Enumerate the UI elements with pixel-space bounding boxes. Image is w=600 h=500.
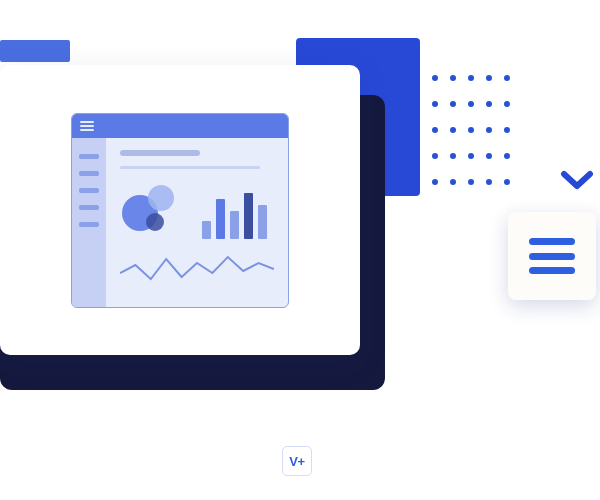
dot-icon [450,153,456,159]
sidebar-item [79,154,99,159]
dot-icon [432,75,438,81]
dot-icon [468,75,474,81]
heading-placeholder [120,150,200,156]
sparkline-chart [120,249,274,289]
dot-icon [468,101,474,107]
logo-text: V+ [289,454,304,469]
sparkline-icon [120,249,274,289]
dot-icon [504,153,510,159]
dot-icon [504,75,510,81]
subheading-placeholder [120,166,260,169]
sidebar [72,138,106,307]
menu-icon [529,238,575,274]
dot-icon [486,179,492,185]
sidebar-item [79,171,99,176]
dot-icon [468,153,474,159]
sidebar-item [79,188,99,193]
dot-icon [468,127,474,133]
dot-icon [450,101,456,107]
bar [258,205,267,239]
logo-badge: V+ [282,446,312,476]
dot-icon [432,101,438,107]
bubble-icon [148,185,174,211]
bar [202,221,211,239]
bar [244,193,253,239]
bar [230,211,239,239]
dot-icon [504,179,510,185]
dot-icon [504,101,510,107]
window-titlebar [72,114,288,138]
dot-icon [486,101,492,107]
dot-icon [450,75,456,81]
dot-icon [432,153,438,159]
bar [216,199,225,239]
dot-icon [432,179,438,185]
dashboard-window [71,113,289,308]
dot-icon [486,153,492,159]
menu-card [508,212,596,300]
hamburger-icon [80,121,94,131]
sidebar-item [79,222,99,227]
dot-icon [504,127,510,133]
window-body [72,138,288,307]
dot-icon [486,75,492,81]
dot-icon [450,127,456,133]
dot-icon [468,179,474,185]
decorative-dot-grid [432,75,510,195]
sidebar-item [79,205,99,210]
charts-row [120,183,274,239]
dot-icon [432,127,438,133]
decorative-tab [0,40,70,62]
dot-icon [450,179,456,185]
bar-chart [202,189,267,239]
main-card [0,65,360,355]
bubble-icon [146,213,164,231]
bubble-chart [120,183,184,239]
content-area [106,138,288,307]
dot-icon [486,127,492,133]
